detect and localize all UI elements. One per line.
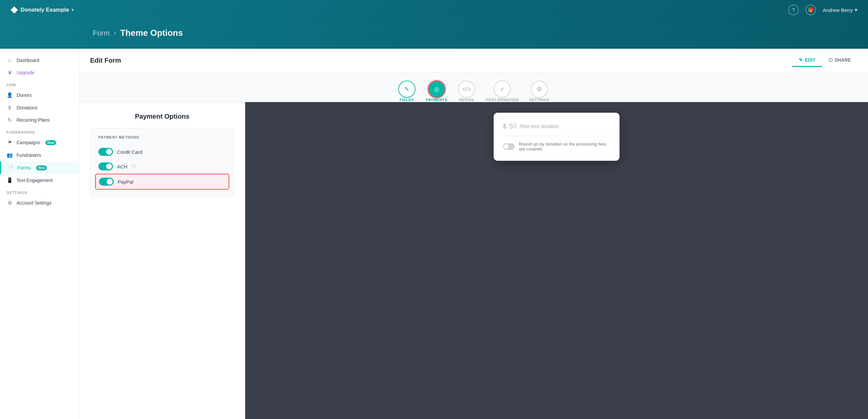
payment-methods-card: PAYMENT METHODS Credit Card	[90, 128, 234, 197]
design-tab-label: DESIGN	[459, 98, 474, 102]
paypal-label: PayPal	[118, 179, 133, 185]
sidebar-label-recurring-plans: Recurring Plans	[17, 117, 50, 123]
donation-amount: 50	[509, 122, 517, 130]
payments-tab-circle: ◎	[428, 81, 445, 98]
sidebar-item-account-settings[interactable]: ⚙ Account Settings	[0, 197, 79, 209]
user-menu[interactable]: Andrew Berry ▾	[823, 7, 858, 13]
breadcrumb-current: Theme Options	[120, 28, 183, 38]
sidebar-item-forms[interactable]: 📄 Forms New	[0, 161, 79, 174]
design-tab-circle: </>	[458, 81, 475, 98]
recurring-icon: ↻	[7, 117, 12, 123]
donors-icon: 👤	[7, 92, 12, 98]
round-up-text: Round up my donation so the processing f…	[519, 142, 610, 151]
round-up-row: Round up my donation so the processing f…	[503, 142, 610, 151]
sidebar-item-recurring-plans[interactable]: ↻ Recurring Plans	[0, 114, 79, 126]
sidebar-item-donations[interactable]: $ Donations	[0, 101, 79, 114]
donation-amount-row: $ 50 /One time donation	[503, 122, 610, 136]
tab-fields[interactable]: ✎ FIELDS	[398, 81, 415, 102]
ach-info-icon[interactable]: ⓘ	[131, 163, 136, 170]
payments-tab-label: PAYMENTS	[426, 98, 447, 102]
sidebar-label-donors: Donors	[17, 92, 31, 98]
sidebar-item-campaigns[interactable]: ⚑ Campaigns New	[0, 136, 79, 149]
settings-tab-circle: ⚙	[531, 81, 548, 98]
breadcrumb-bar: Form › Theme Options	[0, 20, 868, 49]
header-actions: ✎ EDIT ⬡ SHARE	[792, 54, 858, 67]
sidebar-item-upgrade[interactable]: ♛ Upgrade	[0, 66, 79, 79]
share-icon: ⬡	[829, 57, 833, 63]
sidebar-item-dashboard[interactable]: ⌂ Dashboard	[0, 54, 79, 66]
sidebar-label-campaigns: Campaigns	[17, 140, 40, 145]
help-icon[interactable]: ?	[788, 5, 799, 15]
header-right: ? 🎁 Andrew Berry ▾	[788, 5, 858, 15]
home-icon: ⌂	[7, 57, 12, 63]
round-up-toggle[interactable]	[503, 143, 515, 150]
campaigns-badge: New	[45, 140, 56, 145]
sidebar-item-text-engagement[interactable]: 📱 Text Engagement	[0, 174, 79, 187]
sidebar-label-account-settings: Account Settings	[17, 200, 51, 206]
payment-method-credit-card: Credit Card	[98, 145, 226, 159]
credit-card-label: Credit Card	[117, 149, 143, 155]
ach-label: ACH	[117, 164, 128, 170]
donations-icon: $	[7, 105, 12, 110]
campaigns-icon: ⚑	[7, 140, 12, 146]
text-engagement-icon: 📱	[7, 177, 12, 183]
edit-icon: ✎	[799, 57, 803, 63]
sidebar-label-fundraisers: Fundraisers	[17, 152, 41, 158]
forms-badge: New	[36, 166, 47, 170]
credit-card-toggle[interactable]	[98, 148, 113, 156]
dollar-sign: $	[503, 123, 506, 130]
top-header: Donately Example ▾ ? 🎁 Andrew Berry ▾	[0, 0, 868, 20]
sidebar-item-fundraisers[interactable]: 👥 Fundraisers	[0, 149, 79, 161]
upgrade-icon: ♛	[7, 70, 12, 76]
breadcrumb-separator: ›	[114, 29, 116, 37]
edit-form-title: Edit Form	[90, 57, 121, 64]
share-button[interactable]: ⬡ SHARE	[822, 54, 858, 67]
form-tabs: ✎ FIELDS ◎ PAYMENTS </> DESIGN ✓ POST-DO…	[80, 72, 868, 102]
sidebar-label-forms: Forms	[18, 165, 31, 170]
settings-tab-label: SETTINGS	[529, 98, 549, 102]
fundraising-section-label: FUNDRAISING	[0, 126, 79, 136]
sidebar: ⌂ Dashboard ♛ Upgrade CRM 👤 Donors $ Don…	[0, 49, 80, 419]
gift-icon[interactable]: 🎁	[805, 5, 816, 15]
edit-form-header: Edit Form ✎ EDIT ⬡ SHARE	[80, 49, 868, 72]
org-chevron: ▾	[71, 8, 73, 12]
settings-section-label: SETTINGS	[0, 187, 79, 197]
post-donation-tab-label: POST-DONATION	[486, 98, 519, 102]
user-chevron: ▾	[855, 7, 858, 13]
breadcrumb: Form › Theme Options	[93, 28, 858, 38]
payment-method-paypal: PayPal	[95, 174, 229, 189]
paypal-toggle[interactable]	[99, 178, 114, 186]
main-layout: ⌂ Dashboard ♛ Upgrade CRM 👤 Donors $ Don…	[0, 49, 868, 419]
sidebar-label-donations: Donations	[17, 105, 37, 110]
org-name: Donately Example	[21, 7, 69, 13]
tab-settings[interactable]: ⚙ SETTINGS	[529, 81, 549, 102]
share-label: SHARE	[835, 57, 851, 63]
content-area: Edit Form ✎ EDIT ⬡ SHARE ✎ FIELDS ◎ PAYM…	[80, 49, 868, 419]
payment-panel: Payment Options PAYMENT METHODS Credit C…	[80, 102, 245, 419]
crm-section-label: CRM	[0, 79, 79, 89]
header-left: Donately Example ▾	[10, 6, 73, 13]
org-logo[interactable]: Donately Example ▾	[10, 6, 73, 13]
payment-methods-label: PAYMENT METHODS	[98, 135, 226, 139]
forms-icon: 📄	[8, 165, 13, 171]
frequency-label: /One time donation	[520, 124, 559, 129]
preview-form-card: $ 50 /One time donation Round up my dona…	[494, 113, 620, 161]
post-donation-tab-circle: ✓	[494, 81, 511, 98]
logo-diamond-icon	[10, 6, 18, 13]
sidebar-item-donors[interactable]: 👤 Donors	[0, 89, 79, 101]
sidebar-label-text-engagement: Text Engagement	[17, 178, 53, 183]
tab-payments[interactable]: ◎ PAYMENTS	[426, 81, 447, 102]
edit-button[interactable]: ✎ EDIT	[792, 54, 822, 67]
breadcrumb-link[interactable]: Form	[93, 29, 110, 37]
main-content: Payment Options PAYMENT METHODS Credit C…	[80, 102, 868, 419]
user-name: Andrew Berry	[823, 7, 853, 13]
payment-method-ach: ACH ⓘ	[98, 159, 226, 174]
preview-panel: $ 50 /One time donation Round up my dona…	[245, 102, 868, 419]
sidebar-label-upgrade: Upgrade	[17, 70, 34, 75]
sidebar-label-dashboard: Dashboard	[17, 58, 39, 63]
tab-post-donation[interactable]: ✓ POST-DONATION	[486, 81, 519, 102]
ach-toggle[interactable]	[98, 162, 113, 170]
fundraisers-icon: 👥	[7, 152, 12, 158]
account-settings-icon: ⚙	[7, 200, 12, 206]
tab-design[interactable]: </> DESIGN	[458, 81, 475, 102]
